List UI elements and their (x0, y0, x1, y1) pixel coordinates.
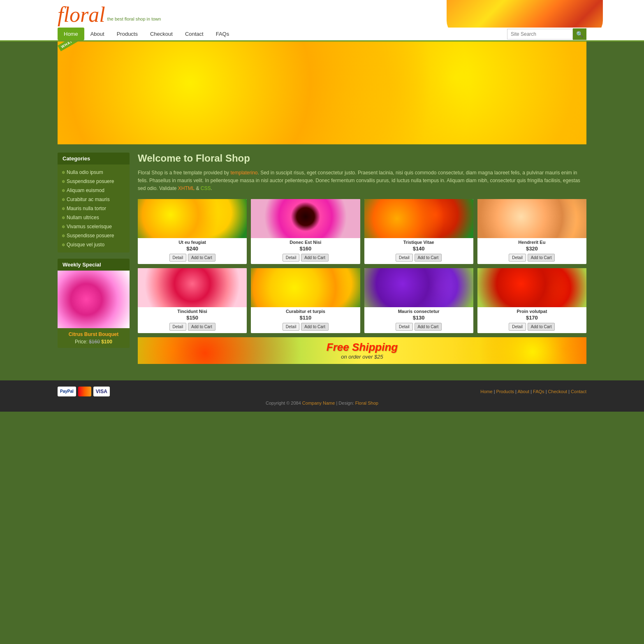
nav-checkout[interactable]: Checkout (144, 28, 179, 40)
category-item[interactable]: Aliquam euismod (62, 186, 125, 195)
product-name: Mauris consectetur (364, 307, 473, 315)
product-name: Tristique Vitae (364, 238, 473, 246)
company-link[interactable]: Company Name (302, 401, 335, 405)
nav-faqs[interactable]: FAQs (210, 28, 236, 40)
product-name: Donec Est Nisi (251, 238, 360, 246)
header: floral the best floral shop in town (0, 0, 644, 28)
weekly-special-name[interactable]: Citrus Burst Bouquet (62, 331, 125, 337)
paypal-icon: PayPal (58, 387, 76, 396)
welcome-text: Floral Shop is a free template provided … (138, 169, 586, 193)
copyright-text: Copyright © 2084 (266, 401, 301, 405)
category-item[interactable]: Vivamus scelerisque (62, 222, 125, 231)
footer-home[interactable]: Home (480, 389, 492, 394)
add-to-cart-button[interactable]: Add to Cart (188, 254, 215, 262)
weekly-special-title: Weekly Special (58, 259, 130, 271)
nav-about[interactable]: About (84, 28, 111, 40)
intro-text: Floral Shop is a free template provided … (138, 170, 230, 176)
design-label: | Design: (336, 401, 355, 405)
product-buttons: Detail Add to Cart (477, 254, 586, 264)
category-item[interactable]: Suspendisse posuere (62, 177, 125, 186)
provider-link[interactable]: templaterino (230, 170, 257, 176)
product-price: $160 (251, 246, 360, 254)
detail-button[interactable]: Detail (169, 323, 187, 331)
add-to-cart-button[interactable]: Add to Cart (415, 323, 442, 331)
products-row-1: Ut eu feugiat $240 Detail Add to Cart Do… (138, 199, 586, 264)
detail-button[interactable]: Detail (396, 254, 413, 262)
shipping-banner: Free Shipping on order over $25 (138, 337, 586, 364)
period: . (211, 185, 212, 191)
search-button[interactable]: 🔍 (573, 28, 586, 40)
product-price: $140 (364, 246, 473, 254)
footer-contact[interactable]: Contact (571, 389, 586, 394)
product-image (477, 268, 586, 307)
categories-title: Categories (58, 153, 130, 164)
navigation: Home About Products Checkout Contact FAQ… (0, 28, 644, 42)
add-to-cart-button[interactable]: Add to Cart (528, 254, 555, 262)
add-to-cart-button[interactable]: Add to Cart (301, 323, 329, 331)
categories-list: Nulla odio ipsumSuspendisse posuereAliqu… (58, 164, 130, 253)
product-name: Tincidunt Nisi (138, 307, 247, 315)
shipping-sub-text: on order over $25 (327, 354, 398, 360)
category-item[interactable]: Nullam ultrices (62, 213, 125, 222)
nav-products[interactable]: Products (111, 28, 144, 40)
product-card: Tincidunt Nisi $150 Detail Add to Cart (138, 268, 247, 333)
shipping-main-text: Free Shipping (327, 341, 398, 354)
xhtml-link[interactable]: XHTML (178, 185, 195, 191)
detail-button[interactable]: Detail (509, 254, 526, 262)
search-input[interactable] (507, 29, 573, 39)
product-image (251, 199, 360, 238)
add-to-cart-button[interactable]: Add to Cart (188, 323, 215, 331)
detail-button[interactable]: Detail (396, 323, 413, 331)
product-buttons: Detail Add to Cart (364, 254, 473, 264)
product-name: Hendrerit Eu (477, 238, 586, 246)
product-buttons: Detail Add to Cart (251, 254, 360, 264)
product-name: Proin volutpat (477, 307, 586, 315)
sidebar: Categories Nulla odio ipsumSuspendisse p… (58, 153, 130, 372)
nav-links: Home About Products Checkout Contact FAQ… (58, 28, 507, 40)
product-buttons: Detail Add to Cart (138, 254, 247, 264)
footer-faqs[interactable]: FAQs (533, 389, 544, 394)
product-price: $320 (477, 246, 586, 254)
product-image (251, 268, 360, 307)
detail-button[interactable]: Detail (283, 254, 300, 262)
product-name: Curabitur et turpis (251, 307, 360, 315)
hero-image (58, 42, 586, 144)
detail-button[interactable]: Detail (283, 323, 300, 331)
css-link[interactable]: CSS (201, 185, 211, 191)
product-card: Hendrerit Eu $320 Detail Add to Cart (477, 199, 586, 264)
add-to-cart-button[interactable]: Add to Cart (301, 254, 329, 262)
visa-icon: VISA (93, 387, 110, 396)
product-image (477, 199, 586, 238)
detail-button[interactable]: Detail (169, 254, 187, 262)
product-price: $110 (251, 315, 360, 323)
footer-checkout[interactable]: Checkout (548, 389, 567, 394)
design-link[interactable]: Floral Shop (355, 401, 378, 405)
nav-contact[interactable]: Contact (179, 28, 210, 40)
search-area: 🔍 (507, 28, 586, 40)
product-price: $170 (477, 315, 586, 323)
weekly-special-content: Citrus Burst Bouquet Price: $160 $100 (58, 328, 130, 348)
add-to-cart-button[interactable]: Add to Cart (415, 254, 442, 262)
category-item[interactable]: Curabitur ac mauris (62, 195, 125, 204)
product-image (364, 268, 473, 307)
category-item[interactable]: Nulla odio ipsum (62, 168, 125, 177)
nav-home[interactable]: Home (58, 28, 84, 40)
footer-products[interactable]: Products (496, 389, 514, 394)
logo-text[interactable]: floral (58, 4, 105, 25)
category-item[interactable]: Mauris nulla tortor (62, 204, 125, 213)
product-buttons: Detail Add to Cart (138, 323, 247, 333)
detail-button[interactable]: Detail (509, 323, 526, 331)
price-label: Price: (75, 339, 88, 345)
hero-banner: WHAT'S HOT! (58, 42, 586, 144)
category-item[interactable]: Suspendisse posuere (62, 231, 125, 240)
footer-about[interactable]: About (517, 389, 529, 394)
weekly-special-price: Price: $160 $100 (62, 339, 125, 345)
payment-icons: PayPal MC VISA (58, 387, 110, 396)
product-card: Curabitur et turpis $110 Detail Add to C… (251, 268, 360, 333)
add-to-cart-button[interactable]: Add to Cart (528, 323, 555, 331)
main-content: Categories Nulla odio ipsumSuspendisse p… (58, 153, 586, 372)
category-item[interactable]: Quisque vel justo (62, 240, 125, 249)
product-card: Ut eu feugiat $240 Detail Add to Cart (138, 199, 247, 264)
product-buttons: Detail Add to Cart (251, 323, 360, 333)
product-price: $240 (138, 246, 247, 254)
